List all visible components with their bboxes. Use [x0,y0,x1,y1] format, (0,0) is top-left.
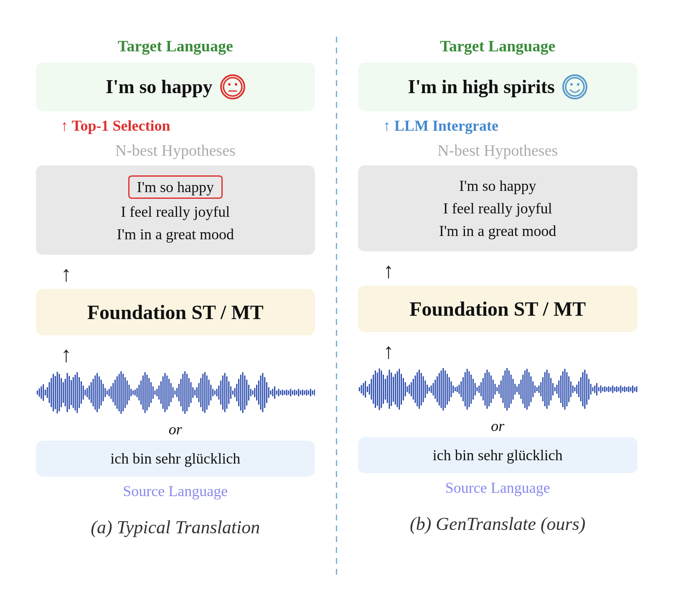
svg-rect-226 [516,386,518,392]
svg-rect-101 [230,386,231,399]
svg-rect-81 [190,382,191,403]
svg-rect-49 [126,380,127,405]
right-or-text: or [491,417,504,435]
svg-rect-58 [144,372,145,413]
svg-rect-141 [310,389,311,396]
svg-rect-33 [94,375,96,410]
svg-rect-237 [538,385,540,393]
svg-rect-27 [82,385,84,400]
svg-rect-152 [369,384,370,395]
svg-rect-89 [206,375,207,410]
svg-rect-172 [409,385,410,394]
svg-rect-248 [560,375,561,403]
svg-rect-32 [92,379,94,406]
svg-rect-229 [522,375,523,404]
right-output-text: I'm in high spirits [408,76,555,98]
svg-rect-271 [606,387,607,391]
svg-rect-26 [80,381,81,404]
svg-rect-118 [264,377,265,408]
svg-rect-133 [294,390,295,395]
svg-rect-242 [549,373,550,406]
svg-rect-77 [182,374,183,411]
svg-point-146 [577,83,579,86]
svg-rect-220 [504,370,505,408]
svg-rect-285 [634,387,635,391]
svg-rect-224 [513,379,514,400]
svg-rect-205 [475,383,476,395]
left-output-box: I'm so happy [36,63,315,111]
svg-rect-282 [628,386,630,392]
right-panel: Target Language I'm in high spirits ↑ LL… [345,37,650,535]
svg-rect-277 [618,387,620,391]
svg-rect-46 [120,371,122,414]
svg-rect-60 [148,378,150,407]
svg-rect-269 [602,387,603,391]
svg-rect-213 [490,375,492,403]
svg-rect-168 [401,374,402,405]
svg-rect-284 [632,385,633,393]
svg-rect-243 [550,378,551,401]
svg-rect-12 [53,374,54,411]
svg-rect-171 [407,386,408,392]
svg-rect-170 [405,382,406,396]
left-arrow-3-row: ↑ [36,341,315,368]
svg-rect-247 [558,380,559,398]
svg-rect-14 [56,372,58,413]
svg-rect-87 [202,374,203,411]
svg-rect-136 [300,390,301,395]
svg-rect-198 [460,381,462,397]
svg-rect-215 [495,384,496,395]
svg-rect-47 [122,374,124,411]
svg-rect-41 [110,386,112,399]
svg-rect-255 [574,387,576,391]
svg-rect-84 [196,387,197,398]
svg-rect-204 [472,379,474,400]
svg-rect-98 [224,373,225,412]
svg-rect-199 [462,377,464,401]
svg-rect-260 [584,370,585,409]
svg-rect-245 [554,387,556,391]
svg-rect-266 [596,383,597,395]
svg-rect-164 [393,377,394,402]
svg-rect-139 [306,390,307,395]
right-emoji-face [562,74,587,99]
svg-rect-78 [184,371,185,414]
right-up-arrow-2: ↑ [383,260,394,281]
svg-rect-241 [546,370,548,409]
svg-rect-69 [166,375,168,410]
svg-rect-70 [168,379,170,406]
svg-rect-173 [411,382,412,396]
svg-rect-227 [518,384,520,395]
svg-rect-273 [610,387,612,391]
svg-rect-135 [298,389,299,396]
svg-rect-257 [578,381,579,397]
svg-rect-62 [152,386,153,399]
svg-rect-250 [564,369,566,410]
svg-rect-203 [470,375,472,404]
svg-rect-92 [212,389,213,396]
svg-rect-234 [532,381,533,397]
svg-rect-154 [373,375,374,404]
svg-rect-23 [74,375,76,411]
svg-rect-121 [270,390,271,395]
svg-rect-51 [130,389,132,396]
right-caption: (b) GenTranslate (ours) [410,513,585,535]
svg-rect-188 [441,370,442,408]
svg-rect-185 [434,380,436,399]
svg-rect-178 [421,373,422,406]
svg-rect-179 [423,376,424,402]
svg-rect-246 [556,385,558,394]
svg-rect-175 [415,375,416,403]
svg-rect-31 [90,382,91,403]
svg-rect-24 [76,372,78,413]
svg-rect-207 [478,385,480,393]
svg-rect-63 [154,390,155,395]
svg-rect-253 [570,381,571,397]
right-up-arrow-3: ↑ [383,340,394,362]
svg-rect-10 [48,382,50,403]
svg-rect-129 [286,390,287,395]
svg-rect-230 [524,370,526,408]
svg-rect-286 [636,386,637,392]
svg-rect-99 [226,376,227,409]
svg-rect-53 [134,390,135,395]
